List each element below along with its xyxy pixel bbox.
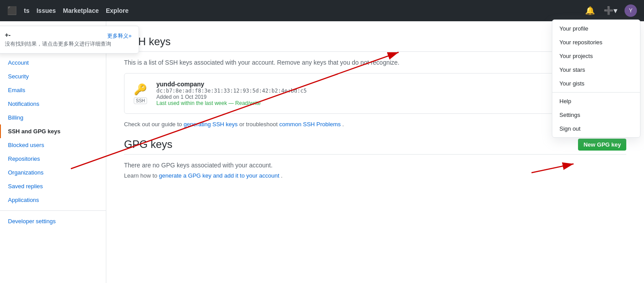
sidebar-item-blocked-users[interactable]: Blocked users <box>0 138 106 152</box>
key-type-badge: SSH <box>134 97 147 104</box>
sidebar-developer-section: Developer settings <box>0 214 106 228</box>
main-container: Personal settings Profile Account Securi… <box>0 21 644 283</box>
gpg-learn-text: Learn how to generate a GPG key and add … <box>124 172 626 179</box>
top-navigation: ⬛ ts Issues Marketplace Explore 🔔 ➕▾ Y <box>0 0 644 21</box>
key-icon: 🔑 <box>134 83 147 96</box>
helper-text-mid: or troubleshoot <box>239 121 279 128</box>
user-dropdown-menu: Your profile Your repositories Your proj… <box>552 19 640 138</box>
common-ssh-problems-link[interactable]: common SSH Problems <box>279 121 341 128</box>
key-last-used: Last used within the last week — Read/wr… <box>156 100 586 106</box>
key-fingerprint: dc:b7:8e:ad:f8:3e:31:33:12:93:5d:42:b2:4… <box>156 88 586 94</box>
nav-left: ⬛ ts Issues Marketplace Explore <box>7 6 128 16</box>
nav-link-marketplace[interactable]: Marketplace <box>63 7 99 14</box>
sidebar-item-developer-settings[interactable]: Developer settings <box>0 214 106 228</box>
notifications-bell-button[interactable]: 🔔 <box>583 4 597 17</box>
ssh-helper-text: Check out our guide to generating SSH ke… <box>124 121 626 128</box>
dropdown-item-your-projects[interactable]: Your projects <box>552 49 640 63</box>
generating-ssh-keys-link[interactable]: generating SSH keys <box>183 121 237 128</box>
gpg-learn-prefix: Learn how to <box>124 172 159 179</box>
ssh-key-card: 🔑 SSH yundd-company dc:b7:8e:ad:f8:3e:31… <box>124 73 626 114</box>
dropdown-item-help[interactable]: Help <box>552 94 640 108</box>
dropdown-item-your-stars[interactable]: Your stars <box>552 63 640 77</box>
gpg-learn-suffix: . <box>281 172 283 179</box>
nav-right: 🔔 ➕▾ Y <box>583 4 637 17</box>
sidebar-item-security[interactable]: Security <box>0 70 106 83</box>
dropdown-divider-1 <box>552 92 640 93</box>
nav-link-issues[interactable]: Issues <box>36 7 56 14</box>
key-icon-container: 🔑 SSH <box>132 83 149 104</box>
new-gpg-key-button[interactable]: New GPG key <box>578 139 626 151</box>
key-name: yundd-company <box>156 81 586 88</box>
gpg-section-title: GPG keys <box>124 138 172 151</box>
sidebar-item-account[interactable]: Account <box>0 56 106 70</box>
user-avatar-button[interactable]: Y <box>625 4 637 17</box>
ssh-description: This is a list of SSH keys associated wi… <box>124 59 626 66</box>
sidebar-item-applications[interactable]: Applications <box>0 193 106 207</box>
sidebar-item-billing[interactable]: Billing <box>0 111 106 124</box>
github-logo[interactable]: ⬛ <box>7 6 17 16</box>
gpg-empty-text: There are no GPG keys associated with yo… <box>124 162 626 169</box>
nav-link-explore[interactable]: Explore <box>106 7 128 14</box>
dropdown-item-your-profile[interactable]: Your profile <box>552 22 640 35</box>
sidebar-divider <box>0 210 106 211</box>
plus-menu-button[interactable]: ➕▾ <box>602 4 619 17</box>
nav-link-ts[interactable]: ts <box>24 7 29 14</box>
sidebar-item-saved-replies[interactable]: Saved replies <box>0 179 106 193</box>
sidebar-item-notifications[interactable]: Notifications <box>0 97 106 111</box>
ssh-keys-section: SSH keys New SSH key This is a list of S… <box>124 35 626 128</box>
tooltip-title: +- <box>5 31 11 39</box>
sidebar-item-organizations[interactable]: Organizations <box>0 166 106 179</box>
dropdown-item-sign-out[interactable]: Sign out <box>552 122 640 136</box>
sidebar-item-emails[interactable]: Emails <box>0 83 106 97</box>
sidebar-item-repositories[interactable]: Repositories <box>0 152 106 166</box>
gpg-keys-section: GPG keys New GPG key There are no GPG ke… <box>124 138 626 179</box>
sidebar: Personal settings Profile Account Securi… <box>0 21 106 283</box>
gpg-generate-link[interactable]: generate a GPG key and add it to your ac… <box>159 172 279 179</box>
ssh-section-header: SSH keys New SSH key <box>124 35 626 52</box>
key-added-date: Added on 1 Oct 2019 <box>156 94 586 100</box>
gpg-section-header: GPG keys New GPG key <box>124 138 626 155</box>
tooltip-box: +- 更多释义» 没有找到结果，请点击更多释义进行详细查询 <box>0 26 139 54</box>
dropdown-item-your-gists[interactable]: Your gists <box>552 77 640 90</box>
tooltip-more-link[interactable]: 更多释义» <box>107 32 132 40</box>
helper-text-suffix: . <box>342 121 344 128</box>
helper-text-prefix: Check out our guide to <box>124 121 183 128</box>
tooltip-description: 没有找到结果，请点击更多释义进行详细查询 <box>5 40 132 48</box>
key-info: yundd-company dc:b7:8e:ad:f8:3e:31:33:12… <box>156 81 586 106</box>
dropdown-item-your-repositories[interactable]: Your repositories <box>552 35 640 49</box>
dropdown-item-settings[interactable]: Settings <box>552 108 640 122</box>
sidebar-item-ssh-gpg[interactable]: SSH and GPG keys <box>0 124 106 138</box>
